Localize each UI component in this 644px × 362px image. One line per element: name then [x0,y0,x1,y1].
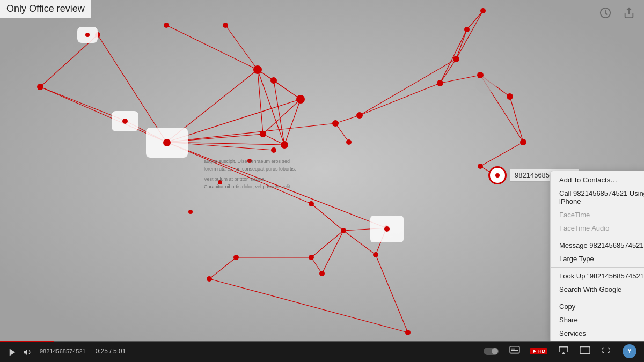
svg-point-65 [464,27,470,32]
svg-point-58 [271,147,276,153]
svg-point-59 [281,141,288,149]
target-icon [488,166,507,184]
svg-point-80 [405,330,411,335]
play-button[interactable] [8,348,17,357]
svg-point-64 [453,56,459,62]
ctx-call-iphone[interactable]: Call 98214568574521 Using iPhone [551,187,644,208]
svg-point-83 [188,210,193,214]
svg-rect-93 [580,346,590,353]
ctx-facetime-audio: FaceTime Audio [551,221,644,235]
svg-point-66 [480,8,486,13]
ctx-separator-1 [551,237,644,237]
video-title: Only Office review [0,0,91,18]
node-box-envelope [370,216,404,242]
svg-marker-87 [24,349,27,356]
svg-point-50 [37,84,43,90]
controls-bar: 98214568574521 0:25 / 5:01 HD [0,341,644,362]
ctx-separator-2 [551,267,644,268]
share-icon[interactable] [621,5,636,20]
svg-point-78 [233,255,239,260]
node-box-medium [112,111,138,131]
video-player: ▶ube Only Office review aug [0,0,644,341]
svg-point-73 [341,228,346,233]
svg-point-75 [373,252,378,257]
svg-point-72 [309,201,314,206]
ctx-lookup[interactable]: Look Up "98214568574521" [551,269,644,283]
video-top-icons [598,5,636,20]
svg-point-70 [478,164,483,169]
svg-point-69 [520,139,526,145]
svg-marker-91 [533,349,536,353]
svg-point-61 [346,139,352,145]
svg-point-79 [207,276,212,282]
svg-point-62 [356,112,363,119]
svg-point-63 [437,80,443,86]
profile-icon[interactable]: Y [623,344,636,358]
subtitles-icon[interactable] [509,346,520,357]
svg-point-60 [332,120,339,127]
svg-point-53 [223,23,228,28]
svg-point-52 [164,23,169,28]
ctx-copy[interactable]: Copy [551,300,644,313]
fullscreen-icon[interactable] [601,346,611,357]
airplay-icon[interactable] [558,346,569,357]
context-menu: Add To Contacts… Call 98214568574521 Usi… [550,171,644,341]
svg-marker-86 [10,349,16,356]
ctx-search-google[interactable]: Search With Google [551,283,644,296]
progress-fill [0,341,54,342]
ctx-share[interactable]: Share ▶ [551,313,644,327]
ctx-separator-3 [551,298,644,298]
autoplay-toggle[interactable] [484,348,499,355]
ctx-add-contacts[interactable]: Add To Contacts… [551,173,644,187]
watch-later-icon[interactable] [598,5,613,20]
volume-icon[interactable] [23,348,32,357]
svg-point-67 [477,72,484,78]
lorem-overlay: augue suscipit. Uise vehraeum eros sed l… [204,158,327,190]
svg-point-57 [260,131,266,137]
progress-bar[interactable] [0,341,644,342]
svg-point-56 [296,95,305,104]
svg-point-54 [253,65,262,74]
phone-ctrl-label: 98214568574521 [40,348,86,354]
svg-point-77 [319,271,325,276]
ctx-services[interactable]: Services ▶ [551,327,644,340]
svg-point-74 [309,255,314,260]
svg-marker-92 [561,352,566,354]
yt-settings-icon[interactable]: HD [530,348,547,354]
time-display: 0:25 / 5:01 [96,348,126,355]
node-box-small-top [77,27,98,43]
theater-mode-icon[interactable] [580,346,590,357]
svg-point-55 [270,77,277,84]
svg-rect-88 [510,346,519,353]
ctx-large-type[interactable]: Large Type [551,252,644,265]
ctx-facetime: FaceTime [551,208,644,221]
node-box-large [146,128,188,158]
ctx-message[interactable]: Message 98214568574521 [551,239,644,252]
svg-point-68 [507,93,513,100]
